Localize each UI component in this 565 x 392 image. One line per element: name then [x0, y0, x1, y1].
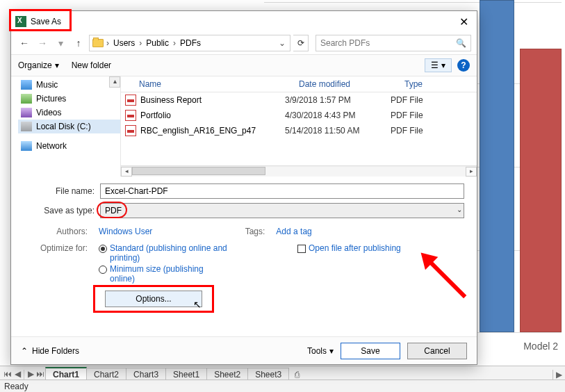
search-input[interactable]: Search PDFs 🔍: [316, 35, 471, 51]
scroll-left-icon[interactable]: ◂: [121, 167, 132, 177]
nav-recent-icon[interactable]: ▾: [53, 38, 68, 49]
tree-item-label: Network: [36, 141, 67, 151]
tags-value[interactable]: Add a tag: [276, 227, 311, 236]
tab-nav-first-icon[interactable]: ⏮: [3, 368, 13, 379]
music-icon: [21, 80, 32, 90]
tree-item-label: Music: [36, 80, 58, 90]
chart-bar: [480, 0, 514, 332]
checkbox-open-after-label: Open file after publishing: [309, 243, 401, 253]
pdf-icon: [125, 110, 136, 121]
refresh-button[interactable]: ⟳: [293, 35, 309, 51]
tree-item[interactable]: Videos: [18, 106, 120, 120]
breadcrumb-item[interactable]: Users: [112, 38, 136, 48]
checkbox-icon: [297, 245, 306, 253]
tree-item[interactable]: Pictures: [18, 92, 120, 106]
file-list-pane: Name Date modified Type Business Report3…: [121, 76, 477, 177]
column-header-date[interactable]: Date modified: [299, 79, 404, 89]
chevron-down-icon: ⌄: [457, 206, 462, 213]
file-name-label: File name:: [24, 186, 100, 196]
pic-icon: [21, 94, 32, 104]
save-type-combo[interactable]: PDF ⌄: [100, 203, 464, 218]
titlebar: Save As ✕: [11, 11, 477, 32]
folder-tree: ▴ MusicPicturesVideosLocal Disk (C:)Netw…: [11, 76, 121, 177]
view-options-button[interactable]: ☰▾: [425, 58, 452, 72]
file-row[interactable]: Business Report3/9/2018 1:57 PMPDF File: [121, 92, 477, 108]
tree-item[interactable]: Music: [18, 78, 120, 92]
column-header-type[interactable]: Type: [404, 79, 477, 89]
nav-row: ← → ▾ ↑ › Users › Public › PDFs ⌄ ⟳ Sear…: [11, 32, 477, 54]
tools-button[interactable]: Tools▾: [307, 346, 334, 356]
column-header-name[interactable]: Name: [139, 79, 299, 89]
breadcrumb-item[interactable]: Public: [145, 38, 170, 48]
tree-scroll-up-icon[interactable]: ▴: [109, 76, 120, 88]
tab-insert-sheet-icon[interactable]: ⎙: [290, 370, 304, 379]
radio-icon: [99, 266, 107, 274]
tree-item[interactable]: Network: [18, 139, 120, 153]
cancel-button[interactable]: Cancel: [407, 343, 467, 359]
chart-bar: [520, 49, 562, 332]
new-folder-button[interactable]: New folder: [72, 60, 111, 70]
help-button[interactable]: ?: [457, 59, 470, 72]
file-row[interactable]: RBC_english_AR16_ENG_p475/14/2018 11:50 …: [121, 123, 477, 138]
organize-button[interactable]: Organize▾: [18, 60, 59, 70]
radio-standard[interactable]: Standard (publishing online and printing…: [99, 243, 228, 263]
nav-up-icon[interactable]: ↑: [71, 38, 86, 49]
chevron-right-icon[interactable]: ›: [138, 38, 143, 48]
status-text: Ready: [4, 382, 28, 391]
scroll-right-icon[interactable]: ▸: [466, 167, 477, 177]
file-name: RBC_english_AR16_ENG_p47: [140, 126, 256, 136]
tab-nav-last-icon[interactable]: ⏭: [35, 368, 45, 379]
file-type: PDF File: [391, 126, 477, 136]
authors-value[interactable]: Windows User: [99, 227, 152, 236]
chevron-down-icon: ▾: [441, 60, 445, 70]
close-button[interactable]: ✕: [457, 15, 471, 28]
drive-icon: [21, 122, 32, 131]
tab-nav-prev-icon[interactable]: ◀: [13, 368, 22, 379]
optimize-label: Optimize for:: [24, 243, 93, 284]
file-type: PDF File: [391, 111, 477, 120]
hide-folders-button[interactable]: ⌃ Hide Folders: [21, 346, 79, 356]
file-name: Business Report: [140, 95, 202, 105]
breadcrumb-item[interactable]: PDFs: [179, 38, 202, 48]
save-as-dialog: Save As ✕ ← → ▾ ↑ › Users › Public › PDF…: [10, 10, 477, 365]
chart-category-label: Model 2: [523, 341, 558, 352]
file-date: 4/30/2018 4:43 PM: [285, 111, 391, 120]
chevron-right-icon[interactable]: ›: [172, 38, 177, 48]
save-button[interactable]: Save: [341, 343, 400, 359]
tree-item[interactable]: Local Disk (C:): [18, 120, 120, 133]
explorer-toolbar: Organize▾ New folder ☰▾ ?: [11, 54, 477, 76]
file-name-input[interactable]: [100, 183, 464, 199]
tab-scroll-right-icon[interactable]: ▶: [552, 370, 565, 379]
horizontal-scrollbar[interactable]: ◂ ▸: [121, 165, 477, 177]
radio-icon: [99, 245, 107, 253]
chevron-right-icon[interactable]: ›: [105, 38, 110, 48]
view-list-icon: ☰: [431, 60, 439, 70]
address-dropdown-icon[interactable]: ⌄: [277, 38, 287, 48]
tree-item-label: Videos: [36, 108, 61, 117]
folder-icon: [92, 39, 104, 47]
scroll-thumb[interactable]: [132, 167, 265, 175]
nav-back-icon[interactable]: ←: [17, 38, 32, 49]
address-bar[interactable]: › Users › Public › PDFs ⌄: [89, 35, 290, 51]
excel-icon: [15, 16, 26, 27]
search-placeholder: Search PDFs: [320, 38, 370, 48]
radio-minimum-label: Minimum size (publishing online): [110, 264, 228, 284]
tree-item-label: Local Disk (C:): [36, 122, 91, 131]
pdf-icon: [125, 95, 136, 106]
file-date: 3/9/2018 1:57 PM: [285, 95, 391, 105]
file-row[interactable]: Portfolio4/30/2018 4:43 PMPDF File: [121, 108, 477, 123]
radio-minimum[interactable]: Minimum size (publishing online): [99, 264, 228, 284]
file-date: 5/14/2018 11:50 AM: [285, 126, 391, 136]
options-button[interactable]: Options...: [105, 291, 202, 307]
search-icon: 🔍: [456, 38, 466, 48]
save-type-label: Save as type:: [24, 206, 100, 215]
vid-icon: [21, 108, 32, 117]
sheet-tab[interactable]: Chart1: [45, 367, 87, 381]
file-type: PDF File: [391, 95, 477, 105]
tree-item-label: Pictures: [36, 94, 66, 104]
chevron-down-icon: ▾: [329, 346, 334, 356]
tab-nav-next-icon[interactable]: ▶: [26, 368, 35, 379]
checkbox-open-after[interactable]: Open file after publishing: [297, 243, 401, 253]
radio-standard-label: Standard (publishing online and printing…: [110, 243, 228, 263]
nav-forward-icon[interactable]: →: [35, 38, 50, 49]
